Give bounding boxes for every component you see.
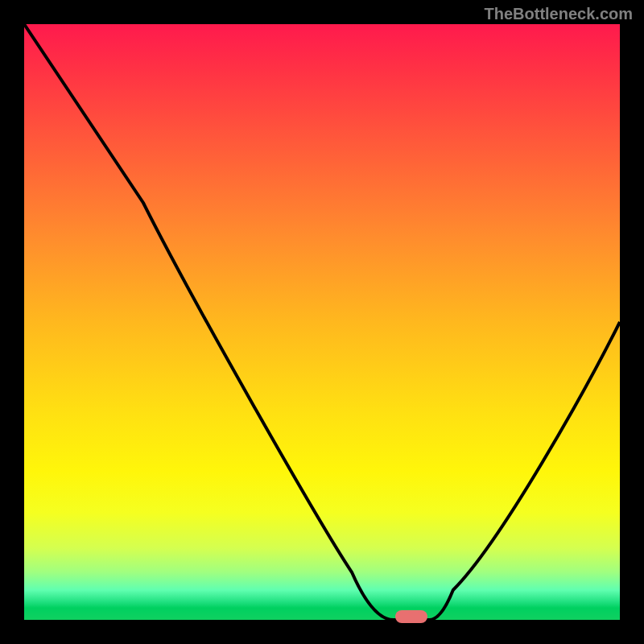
bottleneck-curve-path xyxy=(24,24,620,620)
watermark-text: TheBottleneck.com xyxy=(485,5,633,23)
optimal-point-marker xyxy=(395,610,427,623)
chart-container: TheBottleneck.com xyxy=(0,0,644,644)
chart-plot-area xyxy=(24,24,620,620)
bottleneck-curve-svg xyxy=(24,24,620,620)
